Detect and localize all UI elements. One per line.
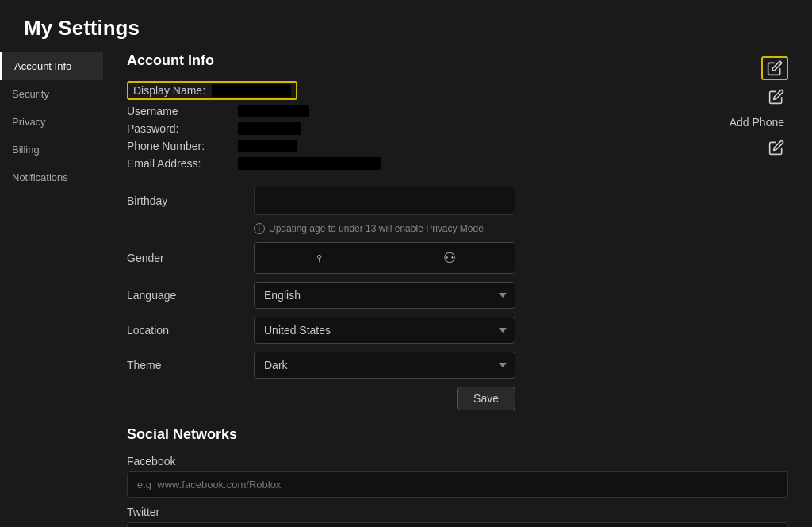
main-content: Account Info Display Name: Username Pass…: [103, 52, 812, 527]
sidebar-item-notifications[interactable]: Notifications: [0, 163, 103, 191]
display-name-highlight-box: Display Name:: [127, 81, 297, 100]
theme-label: Theme: [127, 359, 254, 371]
sidebar-item-privacy[interactable]: Privacy: [0, 108, 103, 136]
twitter-group: Twitter: [127, 506, 788, 527]
sidebar-item-security[interactable]: Security: [0, 80, 103, 108]
page-title: My Settings: [0, 0, 812, 52]
save-row: Save: [127, 387, 515, 410]
language-select[interactable]: English Spanish French: [254, 282, 515, 309]
gender-female-button[interactable]: ♀: [255, 243, 385, 273]
privacy-note-text: Updating age to under 13 will enable Pri…: [269, 223, 486, 234]
edit-display-name-button[interactable]: [761, 56, 788, 80]
display-name-row: Display Name:: [127, 81, 726, 100]
male-icon: ⚇: [443, 249, 456, 267]
password-label: Password:: [127, 122, 238, 135]
facebook-group: Facebook: [127, 455, 788, 498]
social-section-title: Social Networks: [127, 426, 788, 443]
social-networks-section: Social Networks Facebook Twitter YouTube: [127, 426, 788, 527]
location-row: Location United States Canada United Kin…: [127, 317, 788, 344]
theme-select[interactable]: Dark Light: [254, 352, 515, 379]
edit-username-button[interactable]: [764, 87, 788, 107]
gender-male-button[interactable]: ⚇: [385, 243, 515, 273]
edit-icons-panel: Add Phone: [726, 52, 788, 158]
email-value: [238, 157, 381, 170]
edit-email-button[interactable]: [764, 137, 788, 158]
username-label: Username: [127, 105, 238, 117]
info-icon: i: [254, 223, 265, 234]
save-button[interactable]: Save: [457, 387, 515, 410]
fields-section: Birthday i Updating age to under 13 will…: [127, 187, 788, 410]
female-icon: ♀: [314, 250, 325, 267]
sidebar-item-billing[interactable]: Billing: [0, 136, 103, 163]
language-label: Language: [127, 289, 254, 302]
birthday-display: [254, 187, 515, 215]
username-row: Username: [127, 105, 726, 117]
edit-email-icon: [768, 140, 784, 156]
birthday-row: Birthday: [127, 187, 788, 215]
facebook-label: Facebook: [127, 455, 788, 467]
display-name-label: Display Name:: [133, 84, 205, 97]
username-value: [238, 105, 309, 117]
location-control: United States Canada United Kingdom: [254, 317, 515, 344]
twitter-input[interactable]: [127, 522, 788, 527]
phone-row: Phone Number:: [127, 140, 726, 152]
sidebar: Account Info Security Privacy Billing No…: [0, 52, 103, 527]
add-phone-label: Add Phone: [730, 116, 784, 129]
email-label: Email Address:: [127, 157, 238, 170]
location-label: Location: [127, 324, 254, 337]
add-phone-button[interactable]: Add Phone: [726, 113, 788, 131]
phone-value: [238, 140, 297, 152]
account-info-left: Account Info Display Name: Username Pass…: [127, 52, 726, 175]
account-info-section: Account Info Display Name: Username Pass…: [127, 52, 788, 175]
password-row: Password:: [127, 122, 726, 135]
language-control: English Spanish French: [254, 282, 515, 309]
gender-control: ♀ ⚇: [254, 242, 515, 274]
sidebar-item-account-info[interactable]: Account Info: [0, 52, 103, 80]
phone-label: Phone Number:: [127, 140, 238, 152]
location-select[interactable]: United States Canada United Kingdom: [254, 317, 515, 344]
privacy-note: i Updating age to under 13 will enable P…: [254, 223, 788, 234]
edit-display-name-icon: [767, 60, 783, 76]
gender-label: Gender: [127, 252, 254, 264]
password-value: [238, 122, 301, 135]
section-title: Account Info: [127, 52, 726, 69]
display-name-value: [212, 84, 291, 97]
edit-username-icon: [768, 89, 784, 105]
gender-buttons: ♀ ⚇: [254, 242, 515, 274]
birthday-control: [254, 187, 515, 215]
birthday-label: Birthday: [127, 194, 254, 207]
facebook-input[interactable]: [127, 471, 788, 498]
twitter-label: Twitter: [127, 506, 788, 518]
email-row: Email Address:: [127, 157, 726, 170]
theme-row: Theme Dark Light: [127, 352, 788, 379]
theme-control: Dark Light: [254, 352, 515, 379]
gender-row: Gender ♀ ⚇: [127, 242, 788, 274]
language-row: Language English Spanish French: [127, 282, 788, 309]
